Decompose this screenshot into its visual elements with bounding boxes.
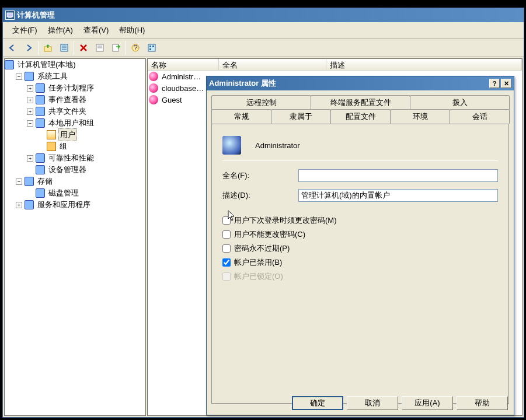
menubar: 文件(F) 操作(A) 查看(V) 帮助(H) xyxy=(3,22,524,38)
menu-view[interactable]: 查看(V) xyxy=(79,23,113,38)
delete-button[interactable] xyxy=(75,40,92,56)
users-icon xyxy=(36,118,45,128)
collapse-icon[interactable]: − xyxy=(16,74,22,80)
folder-icon xyxy=(47,142,56,151)
collapse-icon[interactable]: − xyxy=(16,178,22,185)
svg-rect-1 xyxy=(8,18,12,18)
dialog-title: Administrator 属性 xyxy=(209,78,276,89)
user-large-icon xyxy=(222,136,241,155)
tree-local-users-groups[interactable]: 本地用户和组 xyxy=(47,117,95,129)
expand-icon[interactable]: + xyxy=(16,202,22,208)
tree-groups[interactable]: 组 xyxy=(58,141,68,152)
checkbox[interactable] xyxy=(222,230,231,239)
cell-name: cloudbase… xyxy=(159,84,206,93)
expand-icon[interactable]: + xyxy=(27,97,33,103)
expand-icon[interactable]: + xyxy=(27,155,33,162)
share-icon xyxy=(36,107,45,116)
dialog-titlebar[interactable]: Administrator 属性 ? ✕ xyxy=(207,76,514,90)
check-cannot-change[interactable]: 用户不能更改密码(C) xyxy=(222,228,498,242)
column-fullname[interactable]: 全名 xyxy=(219,59,326,70)
tab-remote-control[interactable]: 远程控制 xyxy=(211,95,311,110)
svg-rect-10 xyxy=(113,44,119,51)
tab-ts-profile[interactable]: 终端服务配置文件 xyxy=(311,95,410,110)
svg-text:?: ? xyxy=(133,43,137,52)
list-header: 名称 全名 描述 xyxy=(148,59,522,71)
check-disabled[interactable]: 帐户已禁用(B) xyxy=(222,256,498,270)
tree-system-tools[interactable]: 系统工具 xyxy=(36,71,69,82)
tree-disk-management[interactable]: 磁盘管理 xyxy=(47,187,80,199)
up-button[interactable] xyxy=(40,40,56,56)
export-button[interactable] xyxy=(108,40,124,56)
cancel-button[interactable]: 取消 xyxy=(347,396,398,410)
tree-services-apps[interactable]: 服务和应用程序 xyxy=(36,199,92,211)
refresh-button[interactable] xyxy=(92,40,108,56)
perf-icon xyxy=(36,153,45,163)
fullname-input[interactable] xyxy=(298,169,498,182)
event-icon xyxy=(36,95,45,104)
back-button[interactable] xyxy=(4,40,20,56)
toolbar: ? xyxy=(3,38,524,57)
services-icon xyxy=(25,200,34,209)
tree-task-scheduler[interactable]: 任务计划程序 xyxy=(47,82,95,94)
toolbar-separator xyxy=(126,41,126,55)
check-never-expires[interactable]: 密码永不过期(P) xyxy=(222,242,498,256)
column-description[interactable]: 描述 xyxy=(326,59,522,70)
cell-name: Guest xyxy=(159,96,184,104)
menu-help[interactable]: 帮助(H) xyxy=(114,23,149,38)
user-name-label: Administrator xyxy=(255,141,300,150)
user-icon xyxy=(149,83,158,93)
tree-device-manager[interactable]: 设备管理器 xyxy=(47,164,88,176)
description-input[interactable] xyxy=(298,189,498,202)
column-name[interactable]: 名称 xyxy=(148,59,219,70)
check-locked: 帐户已锁定(O) xyxy=(222,270,498,284)
tree-pane[interactable]: 计算机管理(本地) −系统工具 +任务计划程序 +事件查看器 +共享文件夹 −本… xyxy=(4,58,146,416)
tree-shared-folders[interactable]: 共享文件夹 xyxy=(47,106,88,117)
tree-root[interactable]: 计算机管理(本地) xyxy=(16,59,77,71)
clock-icon xyxy=(36,83,45,93)
check-must-change[interactable]: 用户下次登录时须更改密码(M) xyxy=(222,214,498,228)
tab-sessions[interactable]: 会话 xyxy=(450,109,510,124)
checkbox[interactable] xyxy=(222,244,231,253)
help-button[interactable]: 帮助 xyxy=(457,396,508,410)
separator xyxy=(222,160,498,161)
tree-reliability[interactable]: 可靠性和性能 xyxy=(47,152,95,164)
tree-storage[interactable]: 存储 xyxy=(36,176,54,187)
tools-icon xyxy=(25,72,34,81)
tree-users[interactable]: 用户 xyxy=(58,128,77,141)
computer-icon xyxy=(5,60,14,69)
tab-profile[interactable]: 配置文件 xyxy=(330,109,391,124)
help-button[interactable]: ? xyxy=(489,79,500,88)
close-button[interactable]: ✕ xyxy=(501,79,511,88)
tab-member-of[interactable]: 隶属于 xyxy=(271,109,331,124)
checkbox xyxy=(222,272,231,281)
svg-rect-0 xyxy=(7,13,13,17)
tab-environment[interactable]: 环境 xyxy=(390,109,450,124)
titlebar[interactable]: 计算机管理 xyxy=(3,8,524,22)
properties-button[interactable] xyxy=(56,40,72,56)
tab-general[interactable]: 常规 xyxy=(211,109,271,124)
disk-icon xyxy=(36,188,45,198)
window-title: 计算机管理 xyxy=(17,10,55,20)
expand-icon[interactable]: + xyxy=(27,108,33,115)
ok-button[interactable]: 确定 xyxy=(292,396,343,410)
tree-event-viewer[interactable]: 事件查看器 xyxy=(47,94,88,106)
checkbox[interactable] xyxy=(222,216,231,225)
tab-panel-general: Administrator 全名(F): 描述(D): 用户下次登录时须更改密码… xyxy=(211,124,509,404)
help-button[interactable]: ? xyxy=(127,40,144,56)
cell-name: Administr… xyxy=(159,72,203,81)
checkbox[interactable] xyxy=(222,258,231,267)
view-button[interactable] xyxy=(144,40,160,56)
fullname-label: 全名(F): xyxy=(222,170,298,181)
tab-dialin[interactable]: 拨入 xyxy=(410,95,510,110)
collapse-icon[interactable]: − xyxy=(27,120,33,127)
tab-control: 远程控制 终端服务配置文件 拨入 常规 隶属于 配置文件 环境 会话 Admin… xyxy=(211,95,509,401)
device-icon xyxy=(36,165,45,174)
menu-action[interactable]: 操作(A) xyxy=(43,23,78,38)
apply-button[interactable]: 应用(A) xyxy=(402,396,453,410)
menu-file[interactable]: 文件(F) xyxy=(8,23,42,38)
user-icon xyxy=(149,72,158,81)
forward-button[interactable] xyxy=(20,40,37,56)
expand-icon[interactable]: + xyxy=(27,85,33,92)
dialog-buttons: 确定 取消 应用(A) 帮助 xyxy=(292,396,508,410)
toolbar-separator xyxy=(38,41,39,55)
